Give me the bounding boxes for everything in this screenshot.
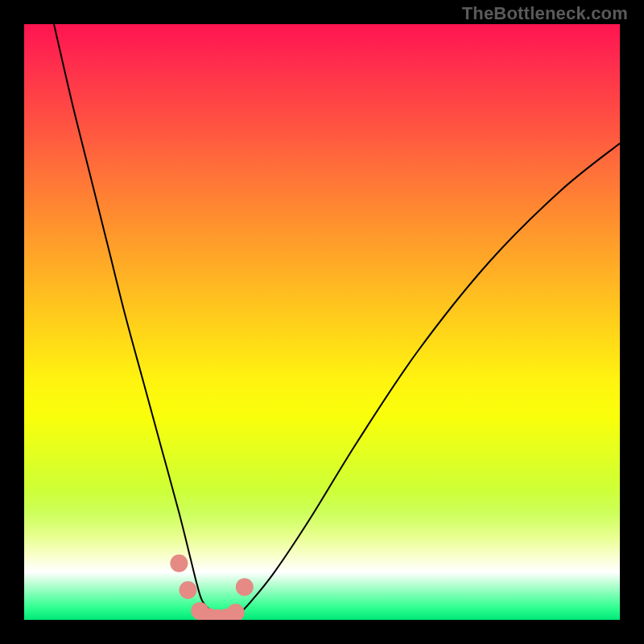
marker-dots-group [170, 555, 253, 620]
marker-dot [227, 604, 245, 620]
chart-container: TheBottleneck.com [0, 0, 644, 644]
curve-layer [24, 24, 620, 620]
watermark-text: TheBottleneck.com [462, 3, 628, 24]
marker-dot [180, 581, 197, 599]
plot-area [24, 24, 620, 620]
marker-dot [236, 578, 254, 596]
bottleneck-curve [54, 24, 620, 620]
marker-dot [170, 555, 188, 572]
